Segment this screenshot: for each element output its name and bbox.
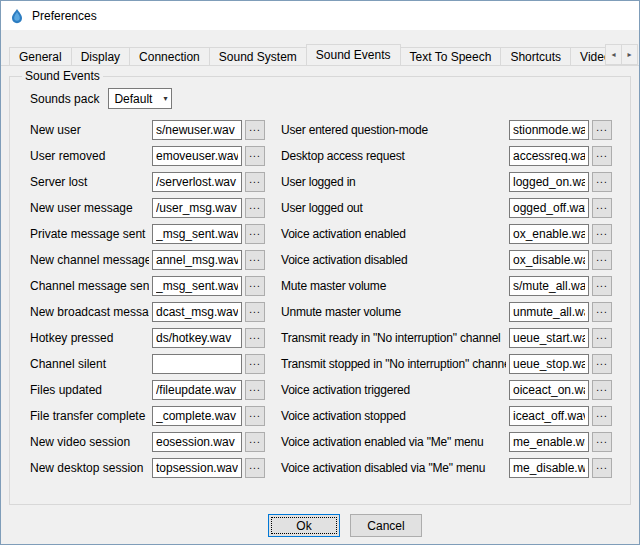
wav-file-input[interactable] <box>152 458 242 478</box>
event-label: Unmute master volume <box>268 305 506 319</box>
dialog-buttons: Ok Cancel <box>34 514 640 537</box>
event-label: Files updated <box>30 383 149 397</box>
event-label: Private message sent <box>30 227 149 241</box>
wav-file-input[interactable] <box>152 224 242 244</box>
wav-file-input[interactable] <box>509 380 589 400</box>
wav-file-input[interactable] <box>509 146 589 166</box>
browse-button[interactable]: ... <box>592 146 612 166</box>
ok-button[interactable]: Ok <box>268 514 340 537</box>
browse-button[interactable]: ... <box>245 276 265 296</box>
wav-file-input[interactable] <box>509 302 589 322</box>
wav-file-input[interactable] <box>509 172 589 192</box>
browse-button[interactable]: ... <box>245 458 265 478</box>
browse-button[interactable]: ... <box>592 432 612 452</box>
sounds-pack-label: Sounds pack <box>30 92 99 106</box>
preferences-window: Preferences GeneralDisplayConnectionSoun… <box>0 0 640 545</box>
browse-button[interactable]: ... <box>245 380 265 400</box>
sounds-pack-value: Default <box>114 92 152 106</box>
tab-shortcuts[interactable]: Shortcuts <box>500 47 571 66</box>
tab-connection[interactable]: Connection <box>129 47 210 66</box>
wav-file-input[interactable] <box>152 380 242 400</box>
event-label: Transmit stopped in "No interruption" ch… <box>268 357 506 371</box>
wav-file-input[interactable] <box>152 172 242 192</box>
browse-button[interactable]: ... <box>245 146 265 166</box>
wav-file-input[interactable] <box>152 354 242 374</box>
wav-file-input[interactable] <box>152 432 242 452</box>
browse-button[interactable]: ... <box>245 198 265 218</box>
event-label: Voice activation enabled <box>268 227 506 241</box>
tab-scrollers: ◂ ▸ <box>606 44 638 65</box>
browse-button[interactable]: ... <box>592 354 612 374</box>
app-icon <box>9 8 25 24</box>
tab-display[interactable]: Display <box>71 47 130 66</box>
browse-button[interactable]: ... <box>592 250 612 270</box>
event-label: Server lost <box>30 175 149 189</box>
wav-file-input[interactable] <box>152 276 242 296</box>
event-label: User logged out <box>268 201 506 215</box>
tab-scroll-left-icon[interactable]: ◂ <box>605 44 622 65</box>
wav-file-input[interactable] <box>152 302 242 322</box>
sounds-pack-row: Sounds pack Default ▾ <box>30 88 620 109</box>
event-label: New user <box>30 123 149 137</box>
browse-button[interactable]: ... <box>592 302 612 322</box>
tab-scroll-right-icon[interactable]: ▸ <box>621 44 638 65</box>
event-label: New video session <box>30 435 149 449</box>
browse-button[interactable]: ... <box>245 302 265 322</box>
event-label: Voice activation triggered <box>268 383 506 397</box>
browse-button[interactable]: ... <box>245 354 265 374</box>
groupbox-title: Sound Events <box>22 69 103 83</box>
wav-file-input[interactable] <box>152 198 242 218</box>
browse-button[interactable]: ... <box>592 458 612 478</box>
event-label: New desktop session <box>30 461 149 475</box>
browse-button[interactable]: ... <box>592 328 612 348</box>
wav-file-input[interactable] <box>509 432 589 452</box>
window-title: Preferences <box>32 9 97 23</box>
cancel-button[interactable]: Cancel <box>350 514 422 537</box>
event-label: Desktop access request <box>268 149 506 163</box>
wav-file-input[interactable] <box>152 146 242 166</box>
tab-text-to-speech[interactable]: Text To Speech <box>400 47 502 66</box>
browse-button[interactable]: ... <box>245 172 265 192</box>
wav-file-input[interactable] <box>509 120 589 140</box>
tab-sound-system[interactable]: Sound System <box>209 47 307 66</box>
wav-file-input[interactable] <box>509 328 589 348</box>
event-label: Voice activation disabled via "Me" menu <box>268 461 506 475</box>
browse-button[interactable]: ... <box>592 120 612 140</box>
browse-button[interactable]: ... <box>245 328 265 348</box>
browse-button[interactable]: ... <box>592 224 612 244</box>
browse-button[interactable]: ... <box>245 406 265 426</box>
browse-button[interactable]: ... <box>245 432 265 452</box>
event-label: Transmit ready in "No interruption" chan… <box>268 331 506 345</box>
browse-button[interactable]: ... <box>245 224 265 244</box>
wav-file-input[interactable] <box>152 406 242 426</box>
wav-file-input[interactable] <box>152 250 242 270</box>
browse-button[interactable]: ... <box>245 120 265 140</box>
tab-general[interactable]: General <box>9 47 72 66</box>
browse-button[interactable]: ... <box>592 198 612 218</box>
browse-button[interactable]: ... <box>592 172 612 192</box>
event-label: Voice activation stopped <box>268 409 506 423</box>
title-bar: Preferences <box>1 1 639 30</box>
wav-file-input[interactable] <box>509 458 589 478</box>
event-label: New broadcast message <box>30 305 149 319</box>
event-label: Channel message sent <box>30 279 149 293</box>
browse-button[interactable]: ... <box>592 380 612 400</box>
event-label: User logged in <box>268 175 506 189</box>
wav-file-input[interactable] <box>509 198 589 218</box>
wav-file-input[interactable] <box>509 406 589 426</box>
browse-button[interactable]: ... <box>245 250 265 270</box>
sounds-pack-select[interactable]: Default ▾ <box>108 88 172 109</box>
tab-sound-events[interactable]: Sound Events <box>306 44 401 66</box>
browse-button[interactable]: ... <box>592 276 612 296</box>
event-label: File transfer complete <box>30 409 149 423</box>
wav-file-input[interactable] <box>509 224 589 244</box>
wav-file-input[interactable] <box>509 276 589 296</box>
sound-events-groupbox: Sound Events Sounds pack Default ▾ New u… <box>9 69 631 505</box>
wav-file-input[interactable] <box>509 250 589 270</box>
tab-bar: GeneralDisplayConnectionSound SystemSoun… <box>1 44 639 66</box>
wav-file-input[interactable] <box>152 120 242 140</box>
wav-file-input[interactable] <box>509 354 589 374</box>
tab-strip: GeneralDisplayConnectionSound SystemSoun… <box>9 44 621 65</box>
browse-button[interactable]: ... <box>592 406 612 426</box>
wav-file-input[interactable] <box>152 328 242 348</box>
